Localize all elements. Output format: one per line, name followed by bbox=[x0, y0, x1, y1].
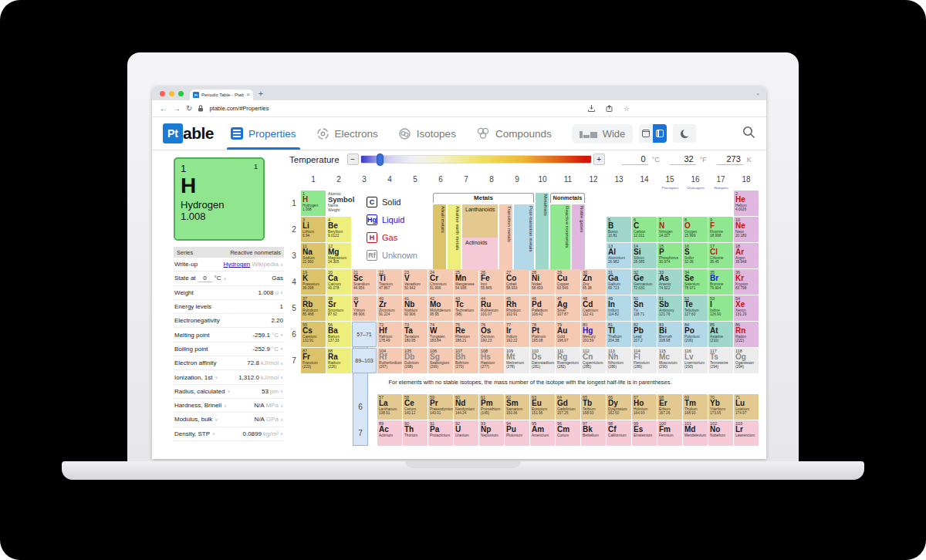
element-Fl[interactable]: 114FlFlerovium(289) bbox=[632, 348, 657, 373]
tab-isotopes[interactable]: Isotopes bbox=[398, 117, 456, 150]
dark-mode-button[interactable] bbox=[673, 124, 696, 143]
element-He[interactable]: 2HeHelium4.0026 bbox=[734, 191, 759, 216]
element-Zn[interactable]: 30ZnZinc65.38 bbox=[581, 269, 606, 295]
chevron-down-icon[interactable]: ∨ bbox=[215, 375, 218, 380]
element-Be[interactable]: 4BeBeryllium9.0122 bbox=[326, 217, 351, 242]
element-At[interactable]: 85AtAstatine(210) bbox=[708, 322, 733, 347]
element-Ba[interactable]: 56BaBarium137.33 bbox=[326, 322, 351, 347]
element-Am[interactable]: 95AmAmericium bbox=[530, 420, 555, 446]
element-Es[interactable]: 99EsEinsteinium bbox=[632, 420, 657, 446]
placeholder-cell[interactable]: 57–71 bbox=[352, 322, 377, 347]
fahrenheit-input[interactable]: 32 bbox=[670, 154, 696, 165]
element-In[interactable]: 49InIndium114.82 bbox=[607, 295, 631, 321]
element-W[interactable]: 74WTungsten183.84 bbox=[428, 322, 453, 347]
chevron-down-icon[interactable]: ∨ bbox=[280, 361, 283, 366]
reload-button[interactable]: ↻ bbox=[186, 104, 192, 113]
element-Yb[interactable]: 70YbYtterbium173.05 bbox=[708, 394, 733, 420]
element-Mt[interactable]: 109MtMeitnerium(278) bbox=[505, 348, 529, 373]
element-Bk[interactable]: 97BkBerkelium bbox=[581, 420, 606, 446]
tab-properties[interactable]: Properties bbox=[231, 117, 296, 150]
element-Os[interactable]: 76OsOsmium190.23 bbox=[479, 322, 504, 347]
element-Pb[interactable]: 82PbLead207.2 bbox=[632, 322, 657, 347]
sidebar-layout-button[interactable] bbox=[653, 124, 667, 143]
element-Ir[interactable]: 77IrIridium192.22 bbox=[505, 322, 529, 347]
element-Au[interactable]: 79AuGold196.97 bbox=[556, 322, 580, 347]
chevron-down-icon[interactable]: ∨ bbox=[227, 389, 230, 393]
element-Th[interactable]: 90ThThorium bbox=[403, 420, 428, 446]
element-Cu[interactable]: 29CuCopper63.546 bbox=[556, 269, 580, 295]
element-No[interactable]: 102NoNobelium bbox=[708, 420, 733, 446]
element-Lv[interactable]: 116LvLivermorium(293) bbox=[683, 348, 708, 373]
element-Tl[interactable]: 81TlThallium204.38 bbox=[607, 322, 631, 347]
close-tab-icon[interactable]: × bbox=[246, 92, 250, 98]
element-C[interactable]: 6CCarbon12.011 bbox=[632, 217, 657, 242]
url-text[interactable]: ptable.com/#Properties bbox=[209, 105, 269, 112]
element-Si[interactable]: 14SiSilicon28.085 bbox=[632, 243, 657, 268]
element-Kr[interactable]: 36KrKrypton83.798 bbox=[734, 269, 759, 295]
element-Mn[interactable]: 25MnManganese54.938 bbox=[454, 269, 478, 295]
element-La[interactable]: 57LaLanthanum138.91 bbox=[377, 394, 402, 420]
element-Db[interactable]: 105DbDubnium(268) bbox=[403, 348, 428, 373]
element-Ge[interactable]: 32GeGermanium72.630 bbox=[632, 269, 657, 295]
element-Mg[interactable]: 12MgMagnesium24.305 bbox=[326, 243, 351, 268]
temperature-slider[interactable] bbox=[360, 155, 592, 164]
element-Na[interactable]: 11NaSodium22.990 bbox=[301, 243, 326, 268]
wikipedia-link[interactable]: Hydrogen bbox=[224, 261, 251, 268]
bookmark-star-icon[interactable]: ☆ bbox=[624, 105, 630, 113]
element-Te[interactable]: 52TeTellurium127.60 bbox=[683, 295, 708, 321]
element-Xe[interactable]: 54XeXenon131.29 bbox=[734, 295, 759, 321]
chevron-down-icon[interactable]: ∨ bbox=[280, 332, 283, 337]
legend-transition-metals[interactable]: Transition metals bbox=[499, 204, 512, 271]
browser-tab[interactable]: Pt Periodic Table - Ptable × bbox=[190, 89, 253, 100]
element-Pa[interactable]: 91PaProtactinium bbox=[428, 420, 453, 446]
chevron-down-icon[interactable]: ⌄ bbox=[755, 90, 760, 96]
chevron-down-icon[interactable]: ∨ bbox=[224, 276, 227, 281]
element-Bi[interactable]: 83BiBismuth208.98 bbox=[657, 322, 682, 347]
legend-reactive-nonmetals[interactable]: Reactive nonmetals bbox=[550, 204, 570, 271]
element-Cl[interactable]: 17ClChlorine35.45 bbox=[708, 243, 733, 268]
element-Fr[interactable]: 87FrFrancium(223) bbox=[301, 348, 326, 373]
chevron-down-icon[interactable]: ∨ bbox=[212, 431, 215, 436]
element-Ta[interactable]: 73TaTantalum180.95 bbox=[403, 322, 428, 347]
element-Re[interactable]: 75ReRhenium186.21 bbox=[454, 322, 478, 347]
state-temp-input[interactable]: 0 bbox=[198, 275, 212, 282]
maximize-window-button[interactable] bbox=[178, 91, 184, 96]
element-Sm[interactable]: 62SmSamarium150.36 bbox=[505, 394, 529, 420]
temperature-plus-button[interactable]: + bbox=[593, 153, 605, 165]
element-Br[interactable]: 35BrBromine79.904 bbox=[708, 269, 733, 295]
search-button[interactable] bbox=[742, 126, 755, 142]
element-U[interactable]: 92UUranium bbox=[454, 420, 478, 446]
download-icon[interactable] bbox=[588, 105, 595, 112]
element-Pt[interactable]: 78PtPlatinum195.08 bbox=[530, 322, 555, 347]
element-Ru[interactable]: 44RuRuthenium101.07 bbox=[479, 295, 504, 321]
chevron-down-icon[interactable]: ∨ bbox=[280, 375, 283, 380]
element-Nd[interactable]: 60NdNeodymium144.24 bbox=[454, 394, 478, 420]
element-Fe[interactable]: 26FeIron55.845 bbox=[479, 269, 504, 295]
element-O[interactable]: 8OOxygen15.999 bbox=[683, 217, 708, 242]
element-Ac[interactable]: 89AcActinium bbox=[377, 420, 402, 446]
element-Rn[interactable]: 86RnRadon(222) bbox=[734, 322, 759, 347]
share-icon[interactable] bbox=[606, 105, 613, 112]
legend-post-transition[interactable]: Post-transition metals bbox=[514, 204, 534, 271]
back-button[interactable]: ← bbox=[160, 104, 167, 113]
element-Sn[interactable]: 50SnTin118.71 bbox=[632, 295, 657, 321]
legend-actinoids[interactable]: Actinoids bbox=[462, 238, 498, 271]
element-Og[interactable]: 118OgOganesson(294) bbox=[734, 348, 759, 373]
element-Cn[interactable]: 112CnCopernicium(285) bbox=[581, 348, 606, 373]
element-Md[interactable]: 101MdMendelevium bbox=[683, 420, 708, 446]
chevron-down-icon[interactable]: ∨ bbox=[280, 262, 283, 267]
element-Bh[interactable]: 107BhBohrium(270) bbox=[454, 348, 478, 373]
element-Sr[interactable]: 38SrStrontium87.62 bbox=[326, 295, 351, 321]
chevron-down-icon[interactable]: ∨ bbox=[280, 417, 283, 422]
element-Hf[interactable]: 72HfHafnium178.49 bbox=[377, 322, 402, 347]
element-Cs[interactable]: 55CsCaesium132.91 bbox=[301, 322, 326, 347]
tab-compounds[interactable]: Compounds bbox=[476, 117, 552, 150]
chevron-down-icon[interactable]: ∨ bbox=[280, 290, 283, 295]
celsius-input[interactable]: 0 bbox=[622, 154, 648, 165]
window-controls[interactable] bbox=[160, 91, 184, 96]
element-Ti[interactable]: 22TiTitanium47.867 bbox=[377, 269, 402, 295]
chevron-down-icon[interactable]: ∨ bbox=[280, 389, 283, 393]
element-K[interactable]: 19KPotassium39.098 bbox=[301, 269, 326, 295]
element-Ga[interactable]: 31GaGallium69.723 bbox=[607, 269, 631, 295]
forward-button[interactable]: → bbox=[173, 104, 181, 113]
